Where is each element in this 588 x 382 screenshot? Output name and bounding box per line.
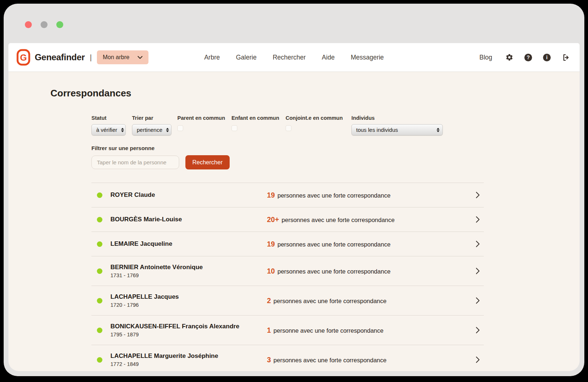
person-name: ROYER Claude [110, 191, 267, 199]
tree-selector-button[interactable]: Mon arbre [97, 50, 148, 64]
status-dot-icon [97, 217, 102, 222]
chevron-down-icon [137, 56, 143, 59]
status-dot-icon [97, 192, 102, 198]
person-name: BONICKAUSEN-EIFFEL François Alexandre [110, 323, 267, 330]
filters: Statut à vérifier Trier par pertinence [91, 115, 580, 169]
minimize-window-button[interactable] [41, 21, 48, 28]
brand-separator: | [90, 53, 92, 62]
nav-item-aide[interactable]: Aide [322, 54, 335, 61]
person-dates: 1772 - 1849 [110, 361, 267, 367]
list-item[interactable]: LACHAPELLE Marguerite Joséphine 1772 - 1… [91, 345, 484, 371]
match-count: 19 [267, 240, 275, 248]
chevron-right-icon [475, 267, 480, 275]
person-name: LEMAIRE Jacqueline [110, 240, 267, 248]
chevron-right-icon [475, 326, 480, 334]
app-header: G Geneafinder | Mon arbre Arbre Galerie … [8, 43, 580, 72]
match-count: 20+ [267, 215, 279, 224]
list-item[interactable]: LEMAIRE Jacqueline 19 personnes avec une… [91, 232, 484, 256]
status-dot-icon [97, 241, 102, 247]
match-text: personnes avec une forte correspondance [274, 357, 387, 364]
header-actions: Blog ? i [479, 53, 570, 62]
page-title: Correspondances [50, 88, 580, 99]
person-filter-label: Filtrer sur une personne [91, 145, 155, 151]
nav-item-galerie[interactable]: Galerie [236, 54, 256, 61]
blog-link[interactable]: Blog [479, 54, 492, 61]
logout-icon[interactable] [562, 53, 570, 62]
match-text: personnes avec une forte correspondance [278, 192, 391, 199]
geneafinder-logo-icon[interactable]: G [16, 49, 30, 66]
window-controls [25, 21, 63, 28]
brand-group: G Geneafinder | Mon arbre [16, 49, 148, 66]
trier-par-select[interactable]: pertinence [132, 124, 172, 135]
main-nav: Arbre Galerie Rechercher Aide Messagerie [204, 54, 384, 61]
person-dates: 1731 - 1769 [110, 272, 267, 278]
person-dates: 1720 - 1796 [110, 302, 267, 308]
status-dot-icon [97, 357, 102, 363]
brand-name[interactable]: Geneafinder [35, 52, 85, 62]
match-text: personnes avec une forte correspondance [278, 268, 391, 275]
list-item[interactable]: BOURGÈS Marie-Louise 20+ personnes avec … [91, 207, 484, 232]
close-window-button[interactable] [25, 21, 32, 28]
person-filter-input[interactable] [91, 156, 179, 169]
chevron-right-icon [475, 297, 480, 304]
person-dates: 1795 - 1879 [110, 332, 267, 337]
match-count: 3 [267, 356, 271, 364]
conjoint-commun-checkbox[interactable] [286, 125, 291, 131]
status-dot-icon [97, 298, 102, 303]
list-item[interactable]: BERNIER Antoinette Véronique 1731 - 1769… [91, 256, 484, 286]
match-text: personnes avec une forte correspondance [282, 217, 395, 224]
list-item[interactable]: LACHAPELLE Jacques 1720 - 1796 2 personn… [91, 286, 484, 315]
match-count: 19 [267, 191, 275, 199]
individus-label: Individus [351, 115, 443, 121]
select-arrows-icon [437, 128, 440, 132]
parent-commun-label: Parent en commun [177, 115, 231, 121]
browser-window: G Geneafinder | Mon arbre Arbre Galerie … [4, 4, 584, 376]
person-name: BERNIER Antoinette Véronique [110, 264, 267, 271]
enfant-commun-checkbox[interactable] [231, 125, 237, 131]
page-panel: G Geneafinder | Mon arbre Arbre Galerie … [8, 43, 580, 371]
info-icon[interactable]: i [543, 54, 551, 61]
nav-item-arbre[interactable]: Arbre [204, 54, 220, 61]
svg-text:G: G [20, 53, 27, 62]
status-dot-icon [97, 328, 102, 333]
individus-select[interactable]: tous les individus [351, 124, 443, 135]
page-content: Correspondances Statut à vérifier Trier … [8, 72, 580, 371]
chevron-right-icon [475, 356, 480, 363]
match-text: personnes avec une forte correspondance [274, 298, 387, 305]
person-name: LACHAPELLE Jacques [110, 293, 267, 301]
help-icon[interactable]: ? [524, 54, 532, 61]
match-count: 2 [267, 297, 271, 305]
list-item[interactable]: ROYER Claude 19 personnes avec une forte… [91, 183, 484, 207]
statut-label: Statut [91, 115, 126, 121]
parent-commun-checkbox[interactable] [177, 125, 183, 131]
status-dot-icon [97, 268, 102, 274]
tree-selector-label: Mon arbre [103, 54, 129, 61]
chevron-right-icon [475, 191, 480, 199]
settings-gear-icon[interactable] [505, 53, 513, 61]
nav-item-messagerie[interactable]: Messagerie [351, 54, 384, 61]
trier-par-label: Trier par [132, 115, 172, 121]
enfant-commun-label: Enfant en commun [231, 115, 286, 121]
match-text: personne avec une forte correspondance [274, 327, 384, 334]
select-arrows-icon [121, 128, 124, 132]
match-text: personnes avec une forte correspondance [278, 241, 391, 248]
select-arrows-icon [166, 128, 169, 132]
chevron-right-icon [475, 240, 480, 248]
conjoint-commun-label: Conjoint.e en commun [286, 115, 351, 121]
match-count: 1 [267, 326, 271, 335]
zoom-window-button[interactable] [56, 21, 63, 28]
statut-select[interactable]: à vérifier [91, 124, 126, 135]
person-name: BOURGÈS Marie-Louise [110, 216, 267, 223]
chevron-right-icon [475, 216, 480, 223]
person-name: LACHAPELLE Marguerite Joséphine [110, 352, 267, 360]
nav-item-rechercher[interactable]: Rechercher [273, 54, 306, 61]
correspondence-list: ROYER Claude 19 personnes avec une forte… [91, 183, 484, 371]
search-button[interactable]: Rechercher [185, 155, 230, 169]
match-count: 10 [267, 267, 275, 275]
list-item[interactable]: BONICKAUSEN-EIFFEL François Alexandre 17… [91, 315, 484, 345]
